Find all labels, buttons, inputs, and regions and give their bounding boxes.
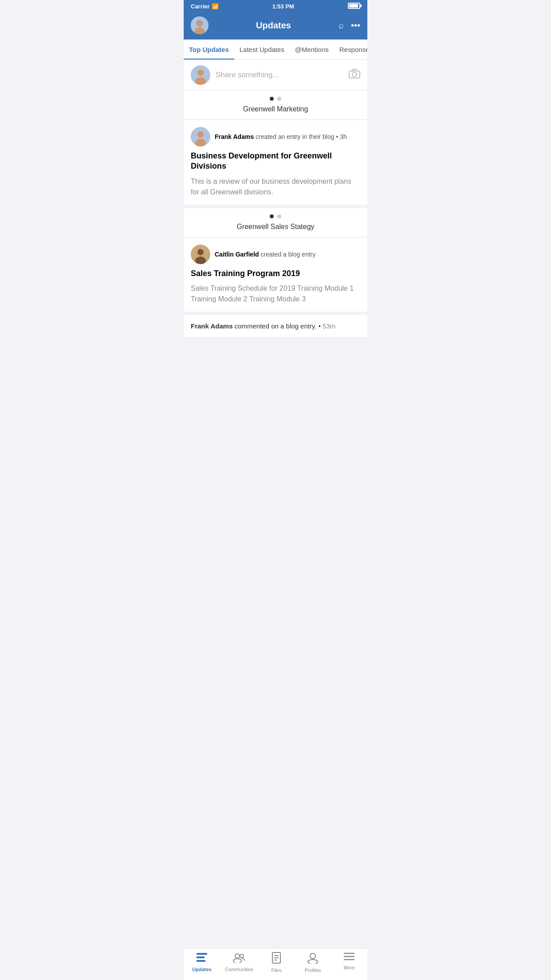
carousel-dots — [184, 91, 367, 103]
post-body: This is a review of our business develop… — [191, 176, 360, 198]
share-input[interactable]: Share something... — [216, 71, 343, 79]
group-name-2: Greenwell Sales Stategy — [184, 221, 367, 237]
svg-point-15 — [197, 249, 204, 255]
post-item: Frank Adams created an entry in their bl… — [184, 120, 367, 208]
status-bar: Carrier 📶 1:53 PM — [184, 0, 367, 13]
comment-author: Frank Adams — [191, 322, 232, 330]
camera-icon[interactable] — [349, 69, 360, 81]
share-avatar — [191, 65, 210, 85]
carrier-info: Carrier 📶 — [191, 3, 219, 10]
svg-point-6 — [197, 70, 204, 76]
post-avatar — [191, 127, 210, 146]
dot-active-2 — [270, 214, 274, 218]
post-action: created an entry in their blog • — [256, 133, 340, 140]
tab-bar: Top Updates Latest Updates @Mentions Res… — [184, 40, 367, 60]
post-item-2: Caitlin Garfield created a blog entry Sa… — [184, 237, 367, 315]
time-display: 1:53 PM — [272, 3, 294, 10]
svg-rect-10 — [353, 69, 356, 71]
dot-active — [270, 97, 274, 101]
page-title: Updates — [256, 20, 291, 31]
post-action-2: created a blog entry — [260, 251, 315, 258]
post-meta: Frank Adams created an entry in their bl… — [215, 133, 347, 140]
dot-inactive-2 — [277, 214, 281, 218]
post-avatar-2 — [191, 245, 210, 264]
tab-latest-updates[interactable]: Latest Updates — [234, 40, 290, 59]
post-author: Frank Adams — [215, 133, 254, 140]
comment-text: Frank Adams commented on a blog entry. •… — [191, 322, 360, 330]
post-title-2[interactable]: Sales Training Program 2019 — [191, 269, 360, 279]
app-header: Updates ⌕ ••• — [184, 13, 367, 40]
search-icon[interactable]: ⌕ — [338, 20, 344, 31]
group-card-marketing: Greenwell Marketing — [184, 91, 367, 120]
post-body-2: Sales Training Schedule for 2019 Trainin… — [191, 283, 360, 304]
header-actions: ⌕ ••• — [338, 20, 360, 31]
more-icon[interactable]: ••• — [351, 20, 360, 31]
svg-point-3 — [197, 20, 203, 26]
dot-inactive — [277, 97, 281, 101]
wifi-icon: 📶 — [212, 3, 219, 10]
post-title[interactable]: Business Development for Greenwell Divis… — [191, 151, 360, 172]
comment-time: 53m — [323, 322, 335, 330]
post-meta-2: Caitlin Garfield created a blog entry — [215, 251, 315, 258]
tab-top-updates[interactable]: Top Updates — [184, 40, 234, 59]
group-name: Greenwell Marketing — [184, 103, 367, 119]
battery-indicator — [348, 3, 360, 10]
carrier-label: Carrier — [191, 3, 210, 10]
tab-mentions[interactable]: @Mentions — [290, 40, 334, 59]
share-bar: Share something... — [184, 60, 367, 91]
svg-point-12 — [197, 131, 204, 138]
post-header: Frank Adams created an entry in their bl… — [191, 127, 360, 146]
avatar[interactable] — [191, 16, 209, 34]
group-card-sales: Greenwell Sales Stategy — [184, 208, 367, 237]
post-author-2: Caitlin Garfield — [215, 251, 259, 258]
post-time: 3h — [340, 133, 347, 140]
post-header-2: Caitlin Garfield created a blog entry — [191, 245, 360, 264]
tab-responses[interactable]: Responses — [334, 40, 367, 59]
carousel-dots-2 — [184, 208, 367, 221]
comment-action: commented on a blog entry. • — [235, 322, 323, 330]
svg-point-9 — [352, 72, 357, 77]
comment-row: Frank Adams commented on a blog entry. •… — [184, 315, 367, 337]
